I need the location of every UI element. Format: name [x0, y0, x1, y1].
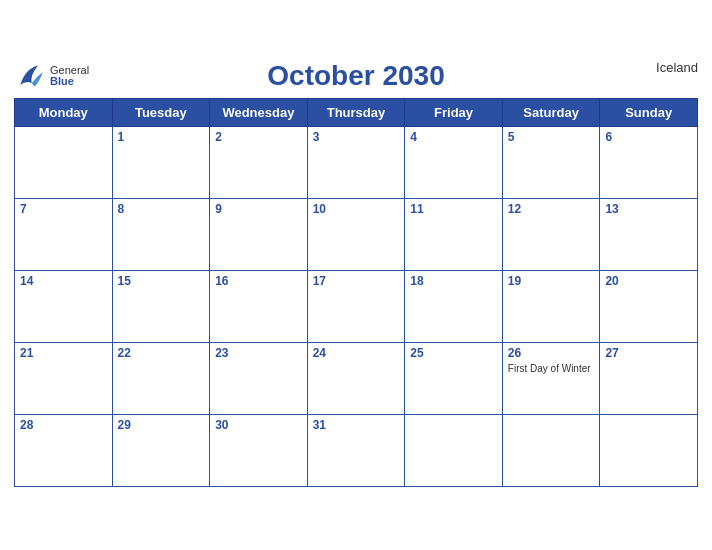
table-row: 15: [112, 270, 210, 342]
table-row: [405, 414, 503, 486]
day-number: 22: [118, 346, 205, 360]
table-row: [502, 414, 600, 486]
day-number: 23: [215, 346, 302, 360]
table-row: 20: [600, 270, 698, 342]
logo-text-general: General: [50, 65, 89, 76]
day-number: 14: [20, 274, 107, 288]
table-row: [15, 126, 113, 198]
day-number: 21: [20, 346, 107, 360]
header-sunday: Sunday: [600, 98, 698, 126]
table-row: 31: [307, 414, 405, 486]
table-row: 25: [405, 342, 503, 414]
header-friday: Friday: [405, 98, 503, 126]
table-row: 24: [307, 342, 405, 414]
day-number: 8: [118, 202, 205, 216]
table-row: 21: [15, 342, 113, 414]
calendar-week-row: 123456: [15, 126, 698, 198]
table-row: 8: [112, 198, 210, 270]
day-number: 28: [20, 418, 107, 432]
table-row: 11: [405, 198, 503, 270]
day-number: 10: [313, 202, 400, 216]
calendar-week-row: 28293031: [15, 414, 698, 486]
table-row: 9: [210, 198, 308, 270]
day-number: 7: [20, 202, 107, 216]
day-number: 31: [313, 418, 400, 432]
day-number: 13: [605, 202, 692, 216]
header-wednesday: Wednesday: [210, 98, 308, 126]
calendar-header: General Blue October 2030 Iceland: [14, 60, 698, 92]
table-row: 27: [600, 342, 698, 414]
table-row: 5: [502, 126, 600, 198]
day-number: 1: [118, 130, 205, 144]
calendar-week-row: 78910111213: [15, 198, 698, 270]
header-monday: Monday: [15, 98, 113, 126]
table-row: 17: [307, 270, 405, 342]
calendar-table: Monday Tuesday Wednesday Thursday Friday…: [14, 98, 698, 487]
day-number: 27: [605, 346, 692, 360]
logo-area: General Blue: [14, 60, 89, 92]
day-number: 25: [410, 346, 497, 360]
calendar-wrapper: General Blue October 2030 Iceland Monday…: [0, 50, 712, 501]
day-number: 30: [215, 418, 302, 432]
day-number: 18: [410, 274, 497, 288]
day-number: 4: [410, 130, 497, 144]
table-row: 2: [210, 126, 308, 198]
header-tuesday: Tuesday: [112, 98, 210, 126]
day-number: 16: [215, 274, 302, 288]
day-event: First Day of Winter: [508, 362, 595, 375]
day-number: 2: [215, 130, 302, 144]
logo-text-blue: Blue: [50, 76, 89, 87]
day-number: 9: [215, 202, 302, 216]
day-number: 12: [508, 202, 595, 216]
table-row: 14: [15, 270, 113, 342]
table-row: 26First Day of Winter: [502, 342, 600, 414]
table-row: 12: [502, 198, 600, 270]
calendar-week-row: 212223242526First Day of Winter27: [15, 342, 698, 414]
day-number: 15: [118, 274, 205, 288]
day-number: 17: [313, 274, 400, 288]
table-row: 23: [210, 342, 308, 414]
calendar-title: October 2030: [14, 60, 698, 92]
day-number: 3: [313, 130, 400, 144]
calendar-week-row: 14151617181920: [15, 270, 698, 342]
table-row: 19: [502, 270, 600, 342]
table-row: 10: [307, 198, 405, 270]
day-number: 20: [605, 274, 692, 288]
day-number: 6: [605, 130, 692, 144]
table-row: 30: [210, 414, 308, 486]
table-row: [600, 414, 698, 486]
day-number: 19: [508, 274, 595, 288]
day-number: 11: [410, 202, 497, 216]
header-thursday: Thursday: [307, 98, 405, 126]
table-row: 13: [600, 198, 698, 270]
day-number: 5: [508, 130, 595, 144]
table-row: 6: [600, 126, 698, 198]
day-number: 26: [508, 346, 595, 360]
table-row: 16: [210, 270, 308, 342]
day-number: 29: [118, 418, 205, 432]
table-row: 22: [112, 342, 210, 414]
header-saturday: Saturday: [502, 98, 600, 126]
table-row: 7: [15, 198, 113, 270]
table-row: 18: [405, 270, 503, 342]
weekday-header-row: Monday Tuesday Wednesday Thursday Friday…: [15, 98, 698, 126]
country-label: Iceland: [656, 60, 698, 75]
table-row: 3: [307, 126, 405, 198]
table-row: 29: [112, 414, 210, 486]
table-row: 4: [405, 126, 503, 198]
logo-bird-icon: [14, 60, 46, 92]
table-row: 28: [15, 414, 113, 486]
day-number: 24: [313, 346, 400, 360]
table-row: 1: [112, 126, 210, 198]
